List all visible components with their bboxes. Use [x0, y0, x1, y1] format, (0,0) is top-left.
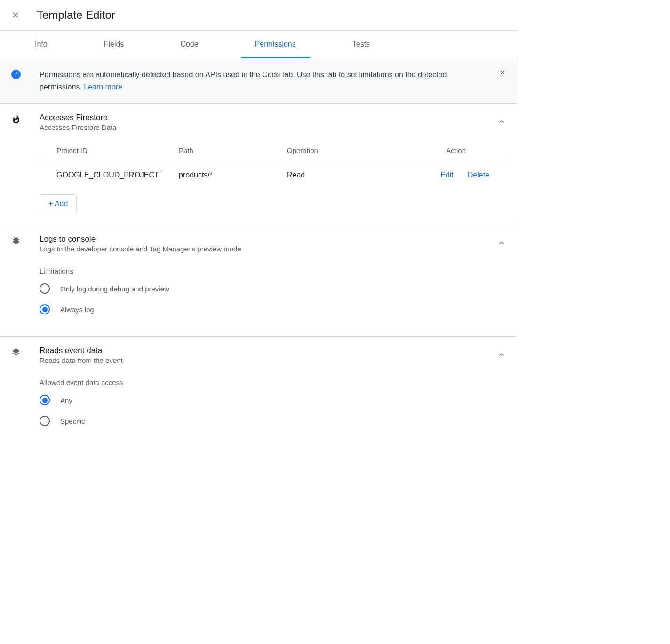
permission-body: Allowed event data access Any Specific: [40, 378, 506, 426]
col-header-project: Project ID: [56, 146, 179, 154]
chevron-up-icon: [497, 117, 506, 126]
learn-more-link[interactable]: Learn more: [84, 83, 122, 91]
close-button[interactable]: [11, 11, 20, 19]
tabs-bar: Info Fields Code Permissions Tests: [0, 31, 518, 58]
collapse-button[interactable]: [497, 350, 506, 361]
table-row: GOOGLE_CLOUD_PROJECT products/* Read Edi…: [40, 161, 506, 189]
radio-label: Always log: [60, 306, 94, 314]
radio-icon: [40, 304, 50, 314]
delete-button[interactable]: Delete: [468, 171, 489, 179]
col-header-path: Path: [179, 146, 287, 154]
tab-permissions[interactable]: Permissions: [241, 31, 310, 58]
info-banner: i Permissions are automatically detected…: [0, 58, 518, 104]
radio-option-any[interactable]: Any: [40, 395, 506, 405]
collapse-button[interactable]: [497, 117, 506, 128]
editor-header: Template Editor: [0, 0, 518, 31]
tab-tests[interactable]: Tests: [338, 31, 384, 58]
close-icon: [11, 11, 20, 19]
permission-subtitle: Reads data from the event: [40, 356, 497, 364]
edit-button[interactable]: Edit: [440, 171, 454, 179]
cell-actions: Edit Delete: [414, 171, 489, 179]
tab-fields[interactable]: Fields: [90, 31, 138, 58]
radio-icon: [40, 395, 50, 405]
permission-body: Limitations Only log during debug and pr…: [40, 267, 506, 314]
close-icon: [499, 69, 506, 76]
bug-icon: [11, 235, 21, 246]
radio-icon: [40, 283, 50, 294]
permission-firestore: Accesses Firestore Accesses Firestore Da…: [0, 104, 518, 225]
col-header-operation: Operation: [287, 146, 414, 154]
permission-subtitle: Accesses Firestore Data: [40, 123, 497, 131]
permission-subtitle: Logs to the developer console and Tag Ma…: [40, 245, 497, 253]
banner-close-button[interactable]: [499, 69, 506, 78]
radio-icon: [40, 416, 50, 426]
layers-icon: [11, 347, 21, 357]
permission-header: Reads event data Reads data from the eve…: [11, 346, 506, 364]
permission-title: Accesses Firestore: [40, 113, 497, 122]
collapse-button[interactable]: [497, 238, 506, 249]
col-header-action: Action: [414, 146, 489, 154]
radio-label: Any: [60, 396, 72, 404]
info-icon: i: [11, 70, 21, 79]
radio-option-always[interactable]: Always log: [40, 304, 506, 314]
cell-project: GOOGLE_CLOUD_PROJECT: [56, 171, 179, 179]
allowed-access-label: Allowed event data access: [40, 378, 506, 386]
permission-event-data: Reads event data Reads data from the eve…: [0, 337, 518, 437]
add-button[interactable]: + Add: [40, 194, 77, 213]
tab-info[interactable]: Info: [21, 31, 62, 58]
permission-header: Logs to console Logs to the developer co…: [11, 234, 506, 253]
permission-title: Logs to console: [40, 234, 497, 244]
banner-text: Permissions are automatically detected b…: [40, 69, 489, 93]
permission-logs: Logs to console Logs to the developer co…: [0, 225, 518, 337]
permission-title: Reads event data: [40, 346, 497, 355]
radio-option-specific[interactable]: Specific: [40, 416, 506, 426]
limitations-label: Limitations: [40, 267, 506, 275]
permission-header: Accesses Firestore Accesses Firestore Da…: [11, 113, 506, 131]
cell-operation: Read: [287, 171, 414, 179]
radio-label: Only log during debug and preview: [60, 285, 169, 293]
radio-option-debug[interactable]: Only log during debug and preview: [40, 283, 506, 294]
chevron-up-icon: [497, 238, 506, 248]
chevron-up-icon: [497, 350, 506, 359]
cell-path: products/*: [179, 171, 287, 179]
table-header-row: Project ID Path Operation Action: [40, 146, 506, 161]
page-title: Template Editor: [37, 8, 115, 22]
tab-code[interactable]: Code: [166, 31, 212, 58]
fire-icon: [11, 114, 21, 125]
firestore-table: Project ID Path Operation Action GOOGLE_…: [40, 146, 506, 189]
radio-label: Specific: [60, 417, 85, 425]
